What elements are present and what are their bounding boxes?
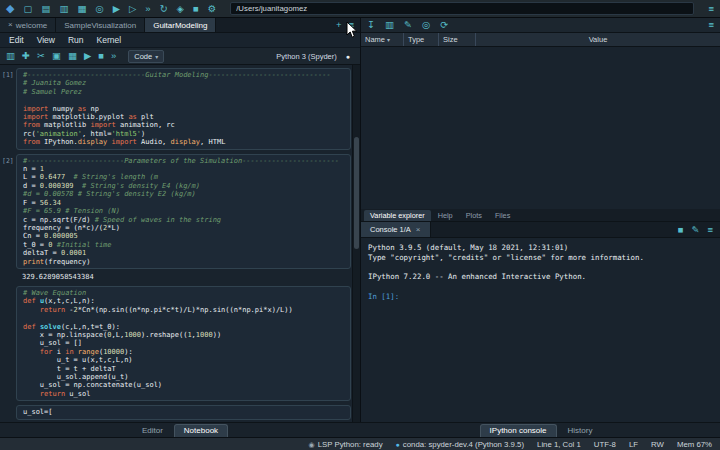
menu-kernel[interactable]: Kernel [97,35,122,45]
edit-console-icon[interactable]: ✎ [691,225,699,235]
debug-icon[interactable]: ◈ [177,4,184,14]
console-tab[interactable]: Console 1/A × [361,222,431,237]
status-text: Mem 67% [677,440,712,449]
bottom-tab-editor[interactable]: Editor [133,425,172,437]
tabbar-spacer [216,18,329,32]
cell-editor[interactable]: #-----------------------Parameters of th… [16,154,351,269]
editor-tab-guitarmodeling[interactable]: GuitarModeling [145,18,216,32]
interrupt-kernel-icon[interactable]: ■ [98,51,104,61]
stop-icon[interactable]: ■ [193,4,199,14]
pane-options-icon[interactable]: ≡ [708,20,714,30]
column-header-name[interactable]: Name▾ [361,33,404,46]
run-cell-icon[interactable]: ▷ [129,4,136,14]
run-selection-icon[interactable]: » [145,4,150,14]
status-text: UTF-8 [594,440,616,449]
editor-pane-tabs: EditorNotebook [0,423,361,437]
console-tab-label: Console 1/A [370,225,411,234]
editor-scrollbar[interactable] [352,65,360,422]
main-toolbar-icons: ◆▢▤▥▦◎▶▷»↻◈■⚙ [6,3,216,14]
cell-execution-count: [2] [2,157,14,165]
lsp-status-icon: ◉ [309,441,315,448]
variable-table-body[interactable] [361,47,720,209]
status-text: Line 1, Col 1 [537,440,581,449]
working-directory-input[interactable] [230,2,694,15]
cut-cell-icon[interactable]: ✂ [37,51,45,61]
pane-tab-files[interactable]: Files [489,210,516,221]
console-body[interactable]: Python 3.9.5 (default, May 18 2021, 12:3… [361,238,720,422]
status-text: RW [651,440,664,449]
cell-execution-count: [1] [2,71,14,79]
cell-editor[interactable]: # Wave Equation def u(x,t,c,L,n): return… [16,286,351,401]
code-cell: [1]#----------------------------Guitar M… [0,68,351,150]
variable-explorer-toolbar: ↧▥✎◎⟳ ≡ [361,18,720,33]
cell-editor[interactable]: u_sol=[ [16,405,351,419]
status-text: LSP Python: ready [318,440,383,449]
stop-console-icon[interactable]: ■ [678,225,684,235]
copy-cell-icon[interactable]: ▣ [52,51,61,61]
cell-code[interactable]: u_sol=[ [17,406,350,418]
console-tabbar: Console 1/A × ■✎≡ [361,222,720,238]
save-data-icon[interactable]: ▥ [385,20,394,30]
bottom-tab-history[interactable]: History [559,425,602,437]
cell-code[interactable]: #-----------------------Parameters of th… [17,155,350,268]
console-pane-tabs: IPython consoleHistory [361,423,720,437]
find-icon[interactable]: ◎ [95,4,103,14]
editor-panel: ×welcomeSampleVisualizationGuitarModelin… [0,18,360,422]
paste-cell-icon[interactable]: ▦ [68,51,77,61]
cell-code[interactable]: # Wave Equation def u(x,t,c,L,n): return… [17,287,350,400]
pane-tab-variable-explorer[interactable]: Variable explorer [364,210,431,221]
menu-view[interactable]: View [37,35,55,45]
status-text: conda: spyder-dev.4 (Python 3.9.5) [403,440,524,449]
run-file-icon[interactable]: ▶ [113,4,120,14]
mouse-cursor [346,21,358,39]
variable-explorer-toolbar-icons: ↧▥✎◎⟳ [367,20,448,30]
import-data-icon[interactable]: ↧ [367,20,375,30]
notebook-toolbar-icons: ▥✚✂▣▦▶■» [6,51,116,61]
column-header-type[interactable]: Type [404,33,439,46]
editor-tab-samplevisualization[interactable]: SampleVisualization [56,18,145,32]
column-header-size[interactable]: Size [439,33,476,46]
search-icon[interactable]: ◎ [422,20,430,30]
tab-label: SampleVisualization [64,21,136,30]
kernel-selector[interactable]: Python 3 (Spyder) [276,52,336,61]
open-file-icon[interactable]: ▤ [41,4,50,14]
app-logo-icon[interactable]: ◆ [6,3,14,14]
bottom-tab-notebook[interactable]: Notebook [174,424,228,437]
cell-editor[interactable]: #----------------------------Guitar Mode… [16,68,351,150]
save-all-icon[interactable]: ▦ [77,4,86,14]
editor-tabs: ×welcomeSampleVisualizationGuitarModelin… [0,18,216,32]
right-panel: ↧▥✎◎⟳ ≡ Name▾TypeSizeValue Variable expl… [361,18,720,422]
save-notebook-icon[interactable]: ▥ [6,51,15,61]
bottom-tab-ipython-console[interactable]: IPython console [480,424,557,437]
run-cell-icon[interactable]: ▶ [84,51,91,61]
save-file-icon[interactable]: ▥ [59,4,68,14]
edit-icon[interactable]: ✎ [404,20,412,30]
preferences-icon[interactable]: ⚙ [208,4,217,14]
editor-tab-welcome[interactable]: ×welcome [0,18,56,32]
refresh-icon[interactable]: ⟳ [440,20,448,30]
restart-run-all-icon[interactable]: » [111,51,116,61]
pane-tab-help[interactable]: Help [432,210,459,221]
console-output-line: Python 3.9.5 (default, May 18 2021, 12:3… [368,243,713,253]
column-header-value[interactable]: Value [476,33,720,46]
pane-tab-plots[interactable]: Plots [460,210,488,221]
scrollbar-thumb[interactable] [354,137,359,249]
conda-status[interactable]: ●conda: spyder-dev.4 (Python 3.9.5) [396,440,524,449]
new-tab-icon[interactable]: + [336,20,342,30]
rerun-icon[interactable]: ↻ [160,4,168,14]
new-file-icon[interactable]: ▢ [23,4,32,14]
editor-tabbar: ×welcomeSampleVisualizationGuitarModelin… [0,18,360,33]
cell-type-dropdown[interactable]: Code ▾ [128,50,164,63]
add-cell-icon[interactable]: ✚ [22,51,30,61]
lsp-status: ◉LSP Python: ready [309,440,383,449]
menu-edit[interactable]: Edit [9,35,24,45]
console-options-icon[interactable]: ≡ [707,225,713,235]
console-output-line [368,282,713,292]
close-tab-icon[interactable]: × [8,21,13,29]
close-console-icon[interactable]: × [416,226,421,234]
permissions: RW [651,440,664,449]
menu-run[interactable]: Run [68,35,84,45]
main-menu-icon[interactable]: ≡ [708,4,714,14]
cell-code[interactable]: #----------------------------Guitar Mode… [17,69,350,149]
console-prompt: In [1]: [368,292,713,302]
